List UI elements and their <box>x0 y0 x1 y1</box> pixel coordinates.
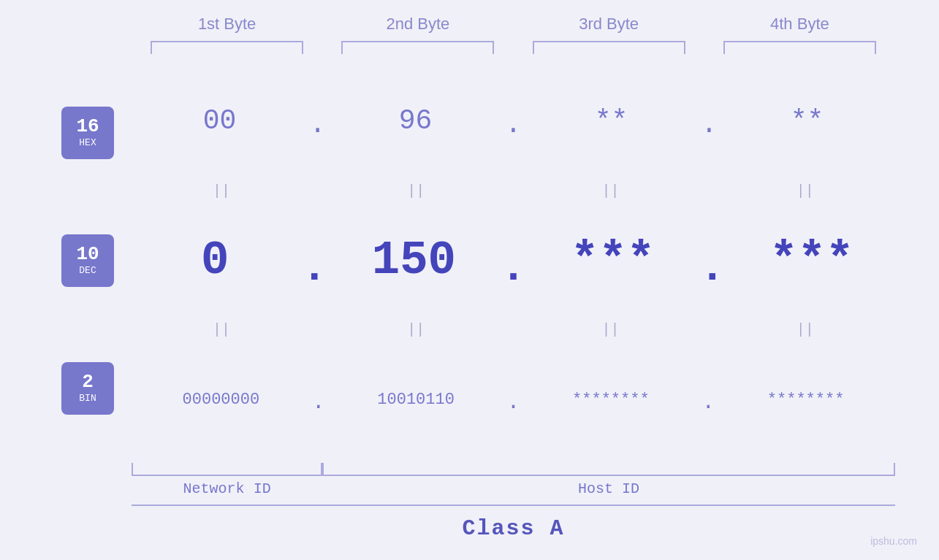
bracket-byte1 <box>132 41 322 54</box>
network-bracket <box>132 463 322 476</box>
byte1-header: 1st Byte <box>132 15 322 34</box>
hex-dot1: . <box>308 109 327 140</box>
dec-b4-cell: *** <box>729 234 895 287</box>
sep-eq-1a: || <box>132 181 311 201</box>
sep-eq-2d: || <box>715 320 895 340</box>
bin-b2-cell: 10010110 <box>327 391 506 409</box>
bin-b1-value: 00000000 <box>183 391 260 409</box>
hex-b2-cell: 96 <box>327 105 503 137</box>
bracket-byte3 <box>514 41 704 54</box>
hex-b2-value: 96 <box>399 105 433 137</box>
hex-b3-cell: ** <box>523 105 699 137</box>
bin-dot3: . <box>700 390 716 415</box>
sep-row-2: || || || || <box>132 320 895 340</box>
byte4-header: 4th Byte <box>704 15 895 34</box>
dec-row: 0 . 150 . *** . *** <box>132 201 895 321</box>
bin-b4-value: ******** <box>767 391 845 409</box>
bin-row: 00000000 . 10010110 . ******** . *******… <box>132 340 895 459</box>
sep-eq-2b: || <box>326 320 506 340</box>
hex-dot3: . <box>699 109 719 140</box>
hex-b3-value: ** <box>595 105 628 137</box>
bottom-brackets <box>132 463 895 476</box>
sep-eq-1d: || <box>715 181 895 201</box>
bin-b4-cell: ******** <box>716 391 895 409</box>
host-id-label: Host ID <box>322 480 895 497</box>
hex-b4-value: ** <box>791 105 824 137</box>
bracket-byte2 <box>322 41 513 54</box>
dec-b4-value: *** <box>769 234 854 287</box>
byte3-header: 3rd Byte <box>514 15 704 34</box>
class-divider <box>132 505 895 506</box>
bracket-byte4 <box>704 41 895 54</box>
dec-dot3: . <box>696 243 729 293</box>
sep-row-1: || || || || <box>132 181 895 201</box>
sep-eq-2a: || <box>132 320 311 340</box>
sep-eq-2c: || <box>521 320 701 340</box>
bin-b3-value: ******** <box>572 391 650 409</box>
host-bracket <box>322 463 895 476</box>
dec-b2-cell: 150 <box>330 234 497 287</box>
hex-b4-cell: ** <box>719 105 895 137</box>
bin-badge: 2 BIN <box>61 362 114 415</box>
dec-badge: 10 DEC <box>61 234 114 287</box>
hex-badge: 16 HEX <box>61 107 114 159</box>
sep-eq-1c: || <box>521 181 701 201</box>
dec-b2-value: 150 <box>372 234 456 287</box>
hex-row: 00 . 96 . ** . ** <box>132 61 895 181</box>
bin-b3-cell: ******** <box>522 391 701 409</box>
bottom-labels: Network ID Host ID <box>132 480 895 497</box>
bin-dot1: . <box>311 390 327 415</box>
byte2-header: 2nd Byte <box>322 15 513 34</box>
hex-b1-cell: 00 <box>132 105 308 137</box>
dec-b1-cell: 0 <box>132 234 298 287</box>
bin-dot2: . <box>505 390 521 415</box>
network-id-label: Network ID <box>132 480 322 497</box>
dec-dot2: . <box>497 243 529 293</box>
bin-b1-cell: 00000000 <box>132 391 311 409</box>
watermark: ipshu.com <box>870 535 917 547</box>
dec-b3-cell: *** <box>530 234 696 287</box>
hex-dot2: . <box>503 109 523 140</box>
bin-b2-value: 10010110 <box>377 391 455 409</box>
dec-dot1: . <box>298 243 330 293</box>
dec-b3-value: *** <box>571 234 655 287</box>
hex-b1-value: 00 <box>203 105 237 137</box>
dec-b1-value: 0 <box>201 234 229 287</box>
class-label: Class A <box>132 512 895 545</box>
sep-eq-1b: || <box>326 181 506 201</box>
